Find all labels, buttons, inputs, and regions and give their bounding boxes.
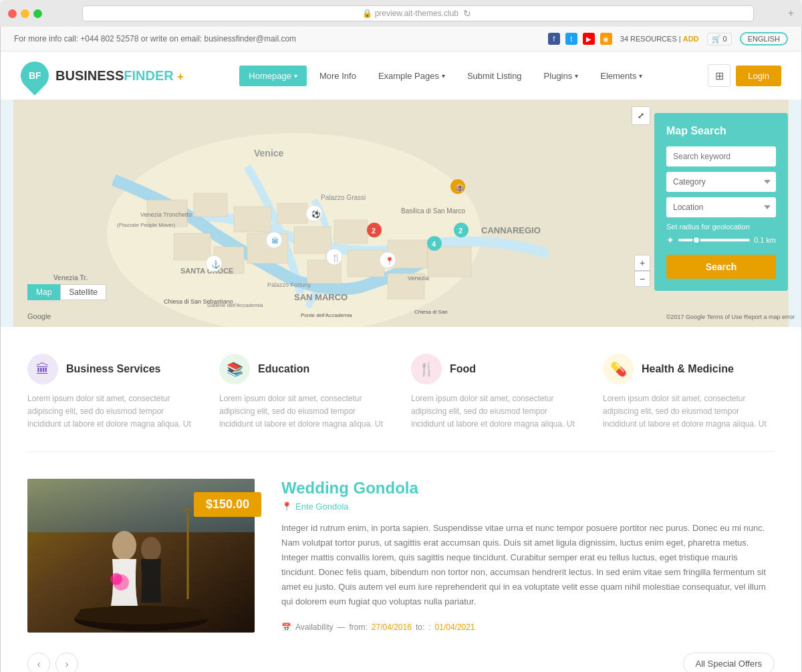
svg-rect-6 [234, 207, 271, 232]
facebook-icon[interactable]: f [548, 33, 560, 45]
top-bar-right: f t ▶ ◉ 34 RESOURCES | ADD 🛒 0 ENGLISH [548, 32, 788, 45]
url-text: preview.ait-themes.club [375, 9, 458, 18]
radius-slider[interactable] [678, 239, 750, 241]
top-bar: For more info call: +044 802 52578 or wr… [1, 27, 801, 51]
featured-content: $150.00 Wedding Gondola 📍 Ente Gondola I… [27, 479, 775, 633]
nav-homepage[interactable]: Homepage ▾ [239, 66, 307, 86]
close-dot[interactable] [8, 9, 17, 18]
contact-info: For more info call: +044 802 52578 or wr… [14, 34, 296, 43]
zoom-in-button[interactable]: + [634, 255, 650, 271]
language-label: ENGLISH [748, 35, 780, 43]
language-selector[interactable]: ENGLISH [740, 32, 788, 45]
nav-examples[interactable]: Example Pages ▾ [369, 66, 454, 86]
categories-section: 🏛 Business Services Lorem ipsum dolor si… [1, 327, 801, 451]
to-label: to: [416, 623, 424, 632]
listing-description: Integer id rutrum enim, in porta sapien.… [281, 521, 775, 610]
business-desc: Lorem ipsum dolor sit amet, consectetur … [27, 393, 199, 431]
category-business[interactable]: 🏛 Business Services Lorem ipsum dolor si… [27, 354, 199, 431]
svg-text:CANNAREGIO: CANNAREGIO [481, 225, 541, 235]
logo-business: BUSINESS [55, 68, 124, 83]
star-icon: ✦ [666, 235, 674, 245]
category-health-header: 💊 Health & Medicine [603, 354, 775, 384]
from-date[interactable]: 27/04/2016 [372, 623, 412, 632]
browser-actions: + [788, 7, 794, 19]
prev-listing-button[interactable]: ‹ [27, 653, 50, 672]
nav-submit-label: Submit Listing [467, 71, 522, 81]
svg-point-57 [110, 573, 122, 585]
svg-rect-13 [348, 250, 384, 277]
nav-submit[interactable]: Submit Listing [458, 66, 531, 86]
category-business-header: 🏛 Business Services [27, 354, 199, 384]
map-search-button[interactable]: Search [666, 255, 776, 279]
svg-text:2: 2 [372, 227, 376, 235]
grid-view-button[interactable]: ⊞ [708, 64, 730, 87]
svg-text:🏨: 🏨 [455, 183, 464, 192]
health-icon: 💊 [603, 354, 634, 384]
rss-icon[interactable]: ◉ [600, 33, 612, 45]
chevron-down-icon: ▾ [294, 72, 297, 80]
category-food[interactable]: 🍴 Food Lorem ipsum dolor sit amet, conse… [411, 354, 583, 431]
zoom-out-button[interactable]: − [634, 271, 650, 287]
svg-text:Palazzo Fortuny: Palazzo Fortuny [267, 282, 311, 288]
health-title: Health & Medicine [642, 363, 734, 375]
categories-grid: 🏛 Business Services Lorem ipsum dolor si… [27, 354, 775, 431]
food-desc: Lorem ipsum dolor sit amet, consectetur … [411, 393, 583, 431]
svg-text:Palazzo Grassi: Palazzo Grassi [321, 194, 366, 201]
map-view-button[interactable]: Map [27, 284, 60, 300]
map-location-select[interactable]: Location [666, 197, 776, 217]
logo-icon: BF [15, 55, 54, 95]
nav-right: ⊞ Login [708, 64, 781, 87]
logo-icon-inner: BF [29, 70, 41, 81]
svg-text:Basilica di San Marco: Basilica di San Marco [401, 207, 466, 215]
to-date[interactable]: 01/04/2021 [435, 623, 475, 632]
svg-text:Venezia Tr.: Venezia Tr. [53, 274, 88, 282]
minimize-dot[interactable] [21, 9, 29, 18]
login-button[interactable]: Login [736, 66, 781, 86]
google-logo: Google [27, 312, 51, 320]
category-education[interactable]: 📚 Education Lorem ipsum dolor sit amet, … [219, 354, 391, 431]
business-title: Business Services [66, 363, 160, 375]
logo[interactable]: BF BUSINESSFINDER + [21, 62, 184, 90]
map-section: Venezia Tronchetto (Piazzale People Move… [1, 100, 801, 327]
map-copyright: ©2017 Google Terms of Use Report a map e… [666, 314, 795, 320]
featured-details: Wedding Gondola 📍 Ente Gondola Integer i… [281, 479, 775, 633]
nav-elements[interactable]: Elements ▾ [591, 66, 652, 86]
listing-location-text: Ente Gondola [295, 501, 349, 512]
radius-value: 0.1 km [754, 236, 776, 244]
category-health[interactable]: 💊 Health & Medicine Lorem ipsum dolor si… [603, 354, 775, 431]
food-icon: 🍴 [411, 354, 442, 384]
svg-text:🍴: 🍴 [331, 253, 341, 262]
cart-button[interactable]: 🛒 0 [707, 33, 732, 45]
browser-dots [8, 9, 42, 18]
nav-plugins[interactable]: Plugins ▾ [535, 66, 588, 86]
all-offers-button[interactable]: All Special Offers [683, 653, 775, 672]
map-keyword-input[interactable] [666, 146, 776, 166]
twitter-icon[interactable]: t [565, 33, 577, 45]
fullscreen-button[interactable]: ⤢ [632, 106, 650, 125]
main-navigation: BF BUSINESSFINDER + Homepage ▾ More Info… [1, 51, 801, 100]
browser-chrome: 🔒 preview.ait-themes.club ↻ + [0, 0, 802, 27]
slider-handle[interactable] [692, 236, 700, 244]
radius-control: ✦ 0.1 km [666, 235, 776, 245]
availability-label: Availability [295, 623, 333, 632]
svg-text:📍: 📍 [385, 256, 394, 265]
maximize-dot[interactable] [33, 9, 42, 18]
svg-text:Ponte dell'Accademia: Ponte dell'Accademia [301, 312, 352, 318]
svg-point-55 [141, 537, 161, 561]
reload-icon[interactable]: ↻ [463, 8, 471, 19]
listing-title: Wedding Gondola [281, 479, 775, 497]
svg-text:Venezia Tronchetto: Venezia Tronchetto [140, 211, 192, 218]
satellite-view-button[interactable]: Satellite [60, 284, 106, 300]
svg-text:(Piazzale People Mover): (Piazzale People Mover) [117, 222, 175, 228]
new-tab-button[interactable]: + [788, 7, 794, 19]
lock-icon: 🔒 [362, 9, 372, 18]
url-bar[interactable]: 🔒 preview.ait-themes.club ↻ [82, 5, 754, 21]
svg-rect-10 [334, 220, 368, 243]
youtube-icon[interactable]: ▶ [583, 33, 595, 45]
map-category-select[interactable]: Category Business Services Education Foo… [666, 172, 776, 192]
nav-moreinfo[interactable]: More Info [310, 66, 366, 86]
next-listing-button[interactable]: › [55, 653, 78, 672]
svg-point-54 [112, 531, 136, 560]
resources-button[interactable]: 34 RESOURCES | ADD [620, 35, 699, 43]
food-title: Food [450, 363, 476, 375]
